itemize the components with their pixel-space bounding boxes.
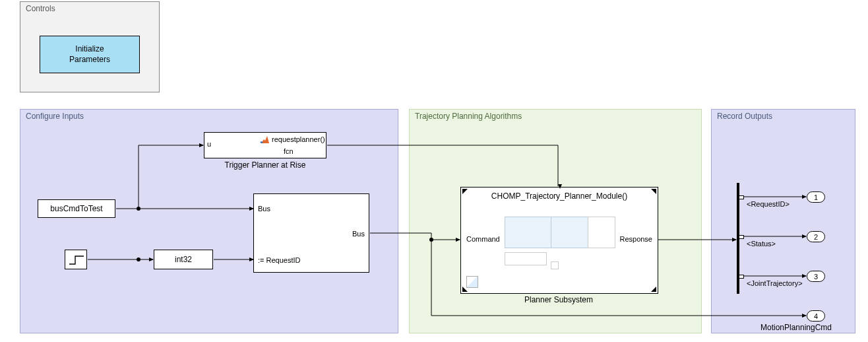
trigger-port-u: u: [207, 140, 211, 148]
outport-1-num: 1: [814, 193, 818, 201]
bus-selector-nub: [739, 275, 744, 279]
step-icon: [69, 255, 84, 265]
outport-3-num: 3: [814, 273, 818, 281]
signal-status: <Status>: [747, 240, 776, 248]
step-source-block[interactable]: [65, 250, 87, 269]
bus-assign-in2: := RequestID: [258, 256, 301, 264]
region-controls-title: Controls: [26, 4, 55, 13]
bus-assign-out: Bus: [352, 230, 365, 238]
outport-3[interactable]: 3: [807, 271, 825, 282]
planner-subsystem-block[interactable]: CHOMP_Trajectory_Planner_Module() Comman…: [460, 187, 658, 294]
trigger-fcn-name: requestplanner(): [272, 135, 325, 143]
outport-4[interactable]: 4: [807, 310, 825, 322]
bus-selector-nub: [739, 235, 744, 239]
region-record-title: Record Outputs: [717, 112, 772, 121]
trigger-planner-label: Trigger Planner at Rise: [204, 160, 326, 170]
planner-title: CHOMP_Trajectory_Planner_Module(): [461, 191, 658, 201]
region-record-outputs: Record Outputs: [711, 109, 855, 333]
outport-4-label: MotionPlanningCmd: [743, 323, 849, 332]
trigger-planner-block[interactable]: u requestplanner() fcn: [204, 132, 326, 158]
region-trajectory-title: Trajectory Planning Algorithms: [415, 112, 522, 121]
init-button-text: InitializeParameters: [69, 44, 110, 65]
buscmd-text: busCmdToTest: [50, 204, 102, 213]
matlab-icon: [260, 135, 270, 145]
signal-jointtrajectory: <JointTrajectory>: [747, 279, 803, 287]
planner-port-response: Response: [619, 235, 652, 243]
bus-assign-in1: Bus: [258, 205, 270, 213]
bus-selector-nub: [739, 195, 744, 199]
initialize-parameters-button[interactable]: InitializeParameters: [40, 36, 140, 73]
int32-text: int32: [175, 255, 192, 264]
trigger-fcn-sub: fcn: [284, 147, 294, 155]
bus-assignment-block[interactable]: Bus := RequestID Bus: [253, 193, 369, 273]
int32-block[interactable]: int32: [154, 250, 213, 269]
diagram-canvas: Controls InitializeParameters Configure …: [0, 0, 868, 342]
signal-requestid: <RequestID>: [747, 200, 790, 208]
planner-port-command: Command: [466, 235, 500, 243]
region-configure-title: Configure Inputs: [26, 112, 84, 121]
buscmd-block[interactable]: busCmdToTest: [38, 199, 115, 218]
outport-4-num: 4: [814, 312, 818, 320]
model-reference-icon: [466, 276, 478, 288]
planner-thumbnail: [505, 207, 617, 280]
planner-subsystem-label: Planner Subsystem: [460, 295, 657, 304]
outport-2-num: 2: [814, 233, 818, 241]
outport-1[interactable]: 1: [807, 191, 825, 203]
outport-2[interactable]: 2: [807, 231, 825, 242]
